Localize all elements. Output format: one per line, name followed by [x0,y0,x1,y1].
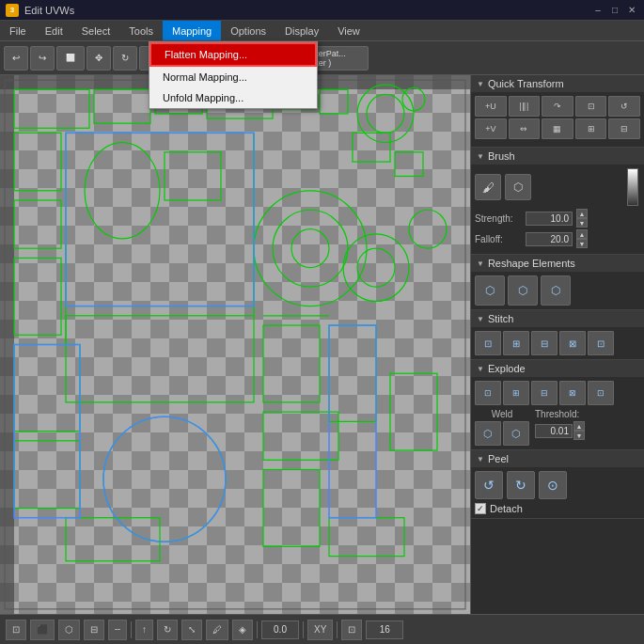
move-mode-btn[interactable]: ↑ [135,620,153,640]
strength-down[interactable]: ▼ [576,218,588,228]
menu-select[interactable]: Select [72,21,120,40]
window-title: 3 Edit UVWs [6,4,74,17]
qt-btn-5[interactable]: ↺ [608,96,640,117]
qt-btn-2[interactable]: |‖| [509,96,541,117]
strength-up[interactable]: ▲ [576,209,588,218]
stitch-arrow: ▼ [477,315,484,323]
explode-btn-2[interactable]: ⊞ [503,381,529,405]
scale-mode-btn[interactable]: ⤡ [181,620,202,640]
reshape-btn-1[interactable]: ⬡ [475,275,505,306]
menu-mapping[interactable]: Mapping [163,21,221,40]
menu-display[interactable]: Display [275,21,328,40]
stitch-label: Stitch [488,313,514,324]
weld-buttons: ⬡ ⬡ [475,421,529,446]
falloff-up[interactable]: ▲ [576,229,588,239]
unfold-mapping-item[interactable]: Unfold Mapping... [149,87,317,108]
brush-header[interactable]: ▼ Brush [471,148,644,165]
qt-btn-3[interactable]: ↷ [542,96,573,117]
brush-paint-btn[interactable]: 🖌 [475,174,501,200]
select-mode-btn[interactable]: ⊟ [84,620,104,640]
explode-arrow: ▼ [477,365,484,373]
peel-btn-2[interactable]: ↻ [507,471,535,499]
stitch-btn-2[interactable]: ⊞ [503,331,529,355]
qt-btn-10[interactable]: ⊟ [608,118,640,139]
stitch-btn-4[interactable]: ⊠ [559,331,586,355]
minimize-button[interactable]: – [591,4,605,17]
toolbar-rotate[interactable]: ↻ [113,46,137,71]
reshape-arrow: ▼ [477,259,484,268]
reshape-content: ⬡ ⬡ ⬡ [471,272,644,309]
explode-content: ⊡ ⊞ ⊟ ⊠ ⊡ Weld ⬡ ⬡ [471,377,644,449]
qt-btn-1[interactable]: +U [475,96,507,117]
weld-btn-2[interactable]: ⬡ [503,421,529,446]
menu-options[interactable]: Options [221,21,275,40]
peel-btn-1[interactable]: ↺ [475,471,503,499]
weld-btn-1[interactable]: ⬡ [475,421,501,446]
menu-view[interactable]: View [328,21,369,40]
brush-label: Brush [488,150,515,162]
reshape-btn-2[interactable]: ⬡ [508,275,538,306]
peel-header[interactable]: ▼ Peel [471,450,644,467]
toolbar-move[interactable]: ✥ [86,46,111,71]
threshold-down[interactable]: ▼ [573,431,585,440]
toolbar: ↩ ↪ ⬜ ✥ ↻ ⤡ ⊞ ↔ UV UV CheckerPat... Chec… [0,41,644,75]
detach-row: ✓ Detach [475,503,640,514]
stitch-content: ⊡ ⊞ ⊟ ⊠ ⊡ [471,327,644,359]
peel-label: Peel [488,453,509,464]
threshold-column: Threshold: ▲ ▼ [535,409,585,440]
reshape-header[interactable]: ▼ Reshape Elements [471,255,644,272]
toolbar-undo[interactable]: ↩ [4,46,28,71]
quick-transform-header[interactable]: ▼ Quick Transform [471,75,644,92]
toolbar-select-all[interactable]: ⬜ [56,46,85,71]
qt-btn-8[interactable]: ▦ [542,118,573,139]
qt-btn-9[interactable]: ⊞ [575,118,607,139]
checker-overlay-btn[interactable]: ⊡ [341,620,362,640]
stitch-buttons: ⊡ ⊞ ⊟ ⊠ ⊡ [475,331,640,355]
detach-checkbox[interactable]: ✓ [475,503,486,514]
menu-file[interactable]: File [0,21,36,40]
falloff-down[interactable]: ▼ [576,239,588,248]
qt-arrow: ▼ [477,80,484,88]
brush-mode-btn[interactable]: 🖊 [206,620,228,640]
uv-viewport[interactable] [0,75,470,614]
stitch-header[interactable]: ▼ Stitch [471,310,644,327]
qt-btn-7[interactable]: ⇔ [509,118,541,139]
threshold-input[interactable] [535,424,573,438]
xy-mode-btn[interactable]: XY [307,620,333,640]
snap-btn[interactable]: ⊡ [6,620,26,640]
status-sep-4 [337,621,338,638]
strength-input[interactable] [526,212,573,226]
threshold-up[interactable]: ▲ [573,421,585,431]
rotate-mode-btn[interactable]: ↻ [157,620,178,640]
explode-header[interactable]: ▼ Explode [471,360,644,377]
maximize-button[interactable]: □ [608,4,621,17]
peel-arrow: ▼ [477,455,484,463]
menu-edit[interactable]: Edit [36,21,72,40]
close-button[interactable]: ✕ [625,4,638,17]
explode-btn-3[interactable]: ⊟ [531,381,558,405]
explode-btn-5[interactable]: ⊡ [588,381,614,405]
menu-tools[interactable]: Tools [119,21,163,40]
edge-mode-btn[interactable]: ╌ [108,620,127,640]
toolbar-redo[interactable]: ↪ [30,46,55,71]
checker-canvas [0,75,470,614]
peel-buttons: ↺ ↻ ⊙ [475,471,640,499]
qt-btn-4[interactable]: ⊡ [575,96,607,117]
normal-mapping-item[interactable]: Normal Mapping... [149,67,317,87]
stitch-section: ▼ Stitch ⊡ ⊞ ⊟ ⊠ ⊡ [471,310,644,360]
explode-btn-1[interactable]: ⊡ [475,381,501,405]
flatten-mapping-item[interactable]: Flatten Mapping... [149,42,317,67]
stitch-btn-5[interactable]: ⊡ [588,331,614,355]
peel-section: ▼ Peel ↺ ↻ ⊙ ✓ Detach [471,450,644,519]
cube-btn[interactable]: ⬡ [58,620,80,640]
stitch-btn-1[interactable]: ⊡ [475,331,501,355]
stitch-btn-3[interactable]: ⊟ [531,331,558,355]
explode-btn-4[interactable]: ⊠ [559,381,586,405]
grid-btn[interactable]: ⬛ [30,620,55,640]
falloff-input[interactable] [526,232,573,246]
brush-cube-btn[interactable]: ⬡ [505,174,531,200]
weld-mode-btn[interactable]: ◈ [232,620,253,640]
peel-btn-3[interactable]: ⊙ [539,471,567,499]
qt-btn-6[interactable]: +V [475,118,507,139]
reshape-btn-3[interactable]: ⬡ [541,275,571,306]
